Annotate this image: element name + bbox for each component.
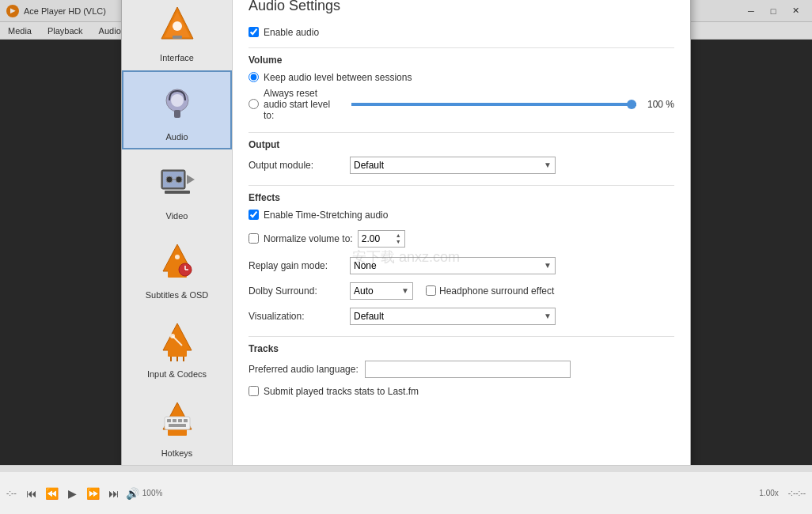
output-module-select[interactable]: Default ▼ — [350, 157, 556, 174]
visualization-value: Default — [354, 311, 384, 322]
dialog-body: Interface Audio — [122, 0, 690, 472]
sidebar-item-subtitles[interactable]: Subtitles & OSD — [122, 229, 232, 308]
volume-section: Volume Keep audio level between sessions… — [249, 55, 674, 121]
preferences-sidebar: Interface Audio — [122, 0, 233, 472]
headphone-checkbox[interactable] — [426, 285, 436, 296]
keep-level-row: Keep audio level between sessions — [249, 72, 674, 83]
sidebar-item-interface[interactable]: Interface — [122, 0, 232, 70]
visualization-label: Visualization: — [249, 311, 343, 322]
player-bar: -:-- ⏮ ⏪ ▶ ⏩ ⏭ 🔊 100% 1.00x -:--:-- — [0, 465, 812, 514]
prev-button[interactable]: ⏮ — [23, 485, 40, 502]
headphone-label: Headphone surround effect — [439, 285, 554, 297]
keep-level-radio[interactable] — [249, 72, 259, 82]
time-stretch-row: Enable Time-Stretching audio — [249, 210, 674, 221]
main-panel: Audio Settings Enable audio Volume Keep … — [233, 0, 690, 472]
svg-rect-31 — [184, 419, 188, 422]
normalize-spinbox[interactable]: 2.00 ▲ ▼ — [358, 230, 405, 248]
output-module-value: Default — [354, 160, 384, 171]
normalize-checkbox[interactable] — [249, 233, 259, 244]
svg-point-7 — [171, 94, 184, 107]
player-volume-control: 🔊 100% — [126, 487, 163, 500]
dolby-arrow: ▼ — [401, 286, 409, 295]
sidebar-item-audio[interactable]: Audio — [122, 70, 232, 149]
enable-audio-label: Enable audio — [264, 27, 319, 38]
time-left: -:-- — [6, 489, 17, 497]
effects-section: Effects Enable Time-Stretching audio Nor… — [249, 192, 674, 325]
volume-slider[interactable] — [351, 103, 636, 106]
spinbox-up[interactable]: ▲ — [396, 232, 401, 239]
svg-rect-22 — [168, 349, 187, 357]
subtitles-icon — [152, 236, 203, 287]
svg-point-14 — [176, 176, 182, 183]
preferred-lang-label: Preferred audio language: — [249, 364, 359, 375]
replay-gain-arrow: ▼ — [544, 261, 552, 270]
svg-point-13 — [166, 176, 173, 183]
lastfm-row: Submit played tracks stats to Last.fm — [249, 386, 674, 397]
replay-gain-select[interactable]: None ▼ — [350, 257, 556, 274]
visualization-arrow: ▼ — [544, 312, 552, 320]
preferred-lang-row: Preferred audio language: — [249, 361, 674, 378]
svg-rect-28 — [167, 419, 171, 422]
input-icon — [152, 316, 203, 366]
dolby-value: Auto — [354, 285, 374, 297]
sidebar-label-hotkeys: Hotkeys — [161, 448, 193, 458]
output-module-row: Output module: Default ▼ — [249, 157, 674, 174]
hotkeys-icon — [152, 395, 203, 445]
dolby-select[interactable]: Auto ▼ — [350, 282, 413, 300]
svg-marker-21 — [163, 323, 192, 350]
tracks-group-label: Tracks — [249, 343, 674, 354]
sidebar-item-hotkeys[interactable]: Hotkeys — [122, 387, 232, 466]
visualization-select[interactable]: Default ▼ — [350, 308, 556, 325]
dialog-overlay: P Preferences ? ✕ — [0, 0, 812, 465]
svg-rect-8 — [174, 110, 180, 118]
effects-group-label: Effects — [249, 192, 674, 203]
spinbox-arrows: ▲ ▼ — [396, 232, 401, 244]
sidebar-item-input[interactable]: Input & Codecs — [122, 308, 232, 387]
output-module-label: Output module: — [249, 160, 343, 171]
preferences-dialog: P Preferences ? ✕ — [121, 0, 691, 507]
dolby-row: Dolby Surround: Auto ▼ Headphone surroun… — [249, 282, 674, 300]
volume-slider-value: 100 % — [643, 99, 674, 110]
sidebar-label-video: Video — [166, 211, 188, 221]
normalize-value: 2.00 — [362, 233, 394, 244]
audio-icon — [152, 78, 203, 129]
enable-audio-checkbox[interactable] — [249, 27, 259, 37]
svg-rect-5 — [173, 36, 182, 39]
svg-rect-32 — [169, 424, 186, 427]
play-button[interactable]: ▶ — [64, 485, 82, 502]
volume-label: 100% — [142, 489, 163, 497]
tracks-section: Tracks Preferred audio language: Submit … — [249, 343, 674, 397]
sidebar-label-audio: Audio — [165, 132, 188, 142]
svg-point-4 — [173, 21, 182, 31]
player-progress-bar[interactable] — [0, 466, 812, 472]
separator-4 — [249, 336, 674, 337]
volume-slider-thumb[interactable] — [627, 100, 636, 109]
separator-1 — [249, 47, 674, 48]
lastfm-checkbox[interactable] — [249, 386, 259, 396]
volume-slider-fill — [351, 103, 636, 106]
reset-level-row: Always reset audio start level to: 100 % — [249, 88, 674, 121]
next-button[interactable]: ⏭ — [105, 485, 123, 502]
enable-audio-row: Enable audio — [249, 27, 674, 38]
spinbox-down[interactable]: ▼ — [396, 239, 401, 245]
sidebar-label-interface: Interface — [160, 53, 194, 62]
svg-rect-27 — [165, 417, 190, 429]
preferred-lang-input[interactable] — [365, 361, 571, 378]
back-button[interactable]: ⏪ — [44, 485, 61, 502]
svg-point-17 — [175, 255, 180, 259]
sidebar-item-video[interactable]: Video — [122, 149, 232, 229]
svg-marker-11 — [187, 175, 195, 184]
time-stretch-checkbox[interactable] — [249, 210, 259, 220]
svg-point-24 — [170, 334, 175, 338]
separator-3 — [249, 185, 674, 186]
forward-button[interactable]: ⏩ — [85, 485, 102, 502]
interface-icon — [152, 0, 203, 50]
reset-level-radio[interactable] — [249, 99, 259, 109]
sidebar-label-subtitles: Subtitles & OSD — [146, 290, 208, 300]
headphone-checkbox-container: Headphone surround effect — [426, 285, 554, 297]
player-controls: -:-- ⏮ ⏪ ▶ ⏩ ⏭ 🔊 100% 1.00x -:--:-- — [0, 472, 812, 514]
output-section: Output Output module: Default ▼ — [249, 139, 674, 174]
svg-rect-30 — [178, 419, 182, 422]
time-right: -:--:-- — [788, 489, 806, 497]
replay-gain-value: None — [354, 260, 377, 271]
